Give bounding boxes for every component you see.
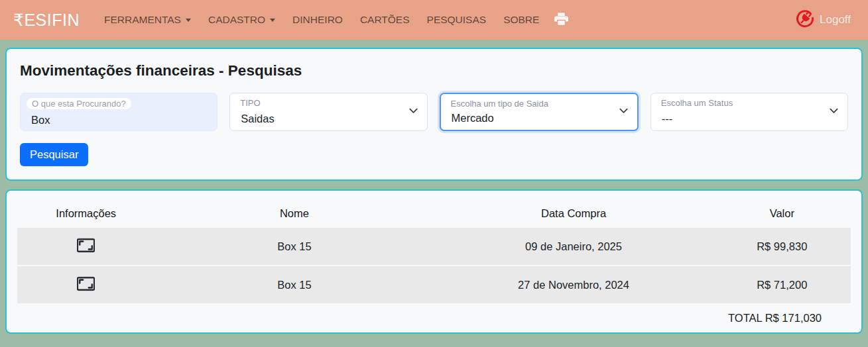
tipo-saida-select[interactable]: Escolha um tipo de Saida Mercado <box>440 93 639 131</box>
table-row: Box 15 27 de Novembro, 2024 R$ 71,200 <box>17 266 851 303</box>
table-row: Box 15 09 de Janeiro, 2025 R$ 99,830 <box>17 228 851 265</box>
pesquisar-button[interactable]: Pesquisar <box>20 143 88 166</box>
results-panel: Informações Nome Data Compra Valor Box 1… <box>5 189 863 334</box>
chevron-down-icon <box>408 106 418 119</box>
search-input[interactable] <box>31 114 178 126</box>
nav-links: FERRAMENTAS CADASTRO DINHEIRO CARTÕES PE… <box>95 8 575 32</box>
nav-item-label: DINHEIRO <box>292 14 343 26</box>
nav-item-label: FERRAMENTAS <box>104 14 181 26</box>
total-value: TOTAL R$ 171,030 <box>17 305 851 326</box>
status-select-label: Escolha um Status <box>661 98 733 108</box>
page-title: Movimentações financeiras - Pesquisas <box>20 62 848 79</box>
status-select-value: --- <box>662 113 672 125</box>
cell-nome: Box 15 <box>155 279 434 291</box>
nav-item-label: CARTÕES <box>360 14 410 26</box>
cell-nome: Box 15 <box>155 240 434 253</box>
status-select[interactable]: Escolha um Status --- <box>651 93 848 131</box>
search-text-field[interactable]: O que esta Procurando? <box>20 93 217 131</box>
logoff-label: Logoff <box>820 13 851 26</box>
top-navbar: ₹ESIFIN FERRAMENTAS CADASTRO DINHEIRO CA… <box>0 0 868 40</box>
print-button[interactable] <box>548 8 575 32</box>
chevron-down-icon <box>619 106 629 119</box>
tipo-select[interactable]: TIPO Saidas <box>229 93 427 131</box>
nav-item-label: PESQUISAS <box>427 14 487 26</box>
nav-item-cartoes[interactable]: CARTÕES <box>351 9 418 31</box>
tipo-saida-select-value: Mercado <box>452 112 494 124</box>
nav-item-dinheiro[interactable]: DINHEIRO <box>284 9 351 31</box>
column-header-nome: Nome <box>155 207 434 220</box>
logoff-button[interactable]: Logoff <box>795 9 851 32</box>
column-header-data-compra: Data Compra <box>434 207 713 220</box>
tipo-select-value: Saidas <box>241 113 274 125</box>
search-panel: Movimentações financeiras - Pesquisas O … <box>5 48 863 181</box>
chevron-down-icon <box>186 19 191 22</box>
brand-logo[interactable]: ₹ESIFIN <box>13 11 80 30</box>
cell-data-compra: 27 de Novembro, 2024 <box>434 279 713 291</box>
cell-valor: R$ 99,830 <box>713 240 851 253</box>
column-header-valor: Valor <box>713 207 851 220</box>
search-fields-row: O que esta Procurando? TIPO Saidas Escol… <box>20 93 848 131</box>
power-plug-icon <box>795 9 815 32</box>
table-header-row: Informações Nome Data Compra Valor <box>17 199 851 228</box>
row-details-button[interactable] <box>76 235 96 258</box>
nav-item-cadastro[interactable]: CADASTRO <box>200 9 284 31</box>
cell-data-compra: 09 de Janeiro, 2025 <box>434 240 713 253</box>
expand-icon <box>77 236 95 257</box>
chevron-down-icon <box>829 106 839 119</box>
row-details-button[interactable] <box>76 273 96 297</box>
expand-icon <box>77 275 95 295</box>
column-header-informacoes: Informações <box>17 207 155 220</box>
tipo-saida-select-label: Escolha um tipo de Saida <box>451 99 548 109</box>
cell-valor: R$ 71,200 <box>713 279 851 291</box>
nav-item-label: SOBRE <box>503 14 539 26</box>
nav-item-label: CADASTRO <box>208 14 265 26</box>
printer-icon <box>554 12 568 28</box>
tipo-select-label: TIPO <box>240 98 260 108</box>
chevron-down-icon <box>270 19 275 22</box>
nav-item-ferramentas[interactable]: FERRAMENTAS <box>95 9 200 31</box>
nav-item-sobre[interactable]: SOBRE <box>495 9 548 31</box>
nav-item-pesquisas[interactable]: PESQUISAS <box>418 9 495 31</box>
search-field-label: O que esta Procurando? <box>27 98 131 109</box>
